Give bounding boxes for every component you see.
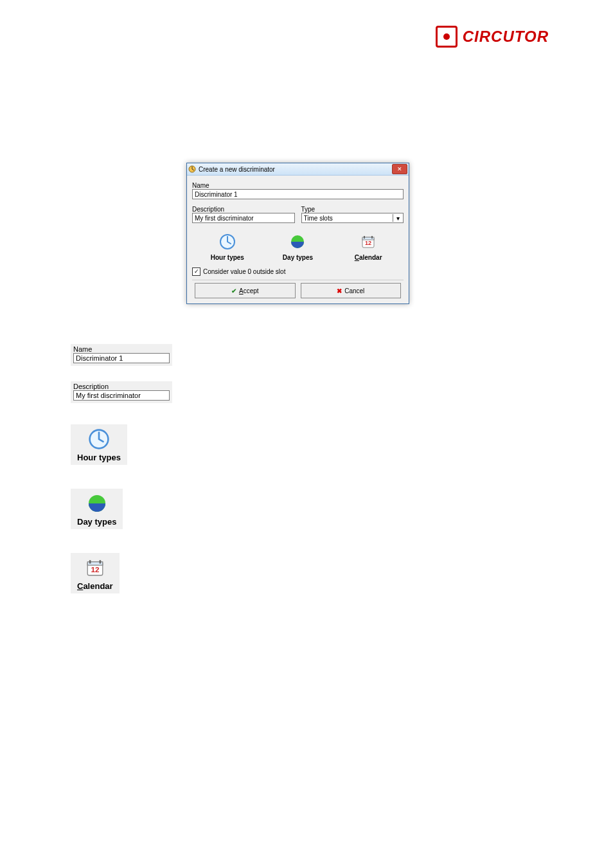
description-snippet: Description My first discriminator <box>71 381 172 403</box>
snippet-name-value: Discriminator 1 <box>73 353 170 363</box>
hour-types-tile-label: Hour types <box>77 453 121 462</box>
day-icon <box>86 493 108 516</box>
name-label: Name <box>192 182 404 189</box>
snippet-description-label: Description <box>73 383 170 390</box>
day-icon <box>289 233 306 251</box>
calendar-tile: 12 Calendar <box>71 553 120 593</box>
snippet-name-label: Name <box>73 345 170 353</box>
day-types-label: Day types <box>272 254 323 261</box>
clock-icon <box>88 428 110 451</box>
description-input[interactable] <box>192 213 295 223</box>
hour-types-tile: Hour types <box>71 424 127 465</box>
name-snippet: Name Discriminator 1 <box>71 344 172 366</box>
hour-types-button[interactable]: Hour types <box>202 233 253 261</box>
calendar-button[interactable]: 12 Calendar <box>342 233 394 261</box>
check-icon: ✔ <box>231 287 236 294</box>
snippet-description-value: My first discriminator <box>73 390 170 401</box>
type-label: Type <box>301 206 404 213</box>
consider-zero-checkbox[interactable]: ✓ <box>192 267 200 276</box>
clock-icon <box>219 233 236 251</box>
dialog-body: Name Description Type ▾ <box>187 176 409 303</box>
create-discriminator-dialog: Create a new discriminator ✕ Name Descri… <box>186 163 409 304</box>
consider-zero-label: Consider value 0 outside slot <box>203 268 285 275</box>
hour-types-label: Hour types <box>202 254 253 261</box>
day-types-tile-label: Day types <box>77 517 116 527</box>
cancel-label: Cancel <box>344 287 364 294</box>
name-input[interactable] <box>192 189 404 199</box>
calendar-label: Calendar <box>342 254 394 261</box>
accept-label: Accept <box>239 287 259 294</box>
svg-text:12: 12 <box>91 565 100 574</box>
day-types-tile: Day types <box>71 489 123 529</box>
calendar-icon: 12 <box>84 557 106 580</box>
consider-zero-row: ✓ Consider value 0 outside slot <box>192 267 404 276</box>
dialog-titlebar: Create a new discriminator ✕ <box>187 163 409 176</box>
dialog-icon-row: Hour types Day types 12 <box>192 233 404 261</box>
calendar-tile-label: Calendar <box>77 581 113 591</box>
brand-mark-icon <box>436 26 458 48</box>
brand-logo: CIRCUTOR <box>436 26 549 48</box>
cancel-icon: ✖ <box>337 287 342 294</box>
dialog-title-icon <box>188 165 196 173</box>
close-button[interactable]: ✕ <box>392 164 407 174</box>
dialog-button-row: ✔ Accept ✖ Cancel <box>192 280 404 301</box>
brand-name: CIRCUTOR <box>463 28 549 46</box>
accept-button[interactable]: ✔ Accept <box>195 283 296 298</box>
svg-text:12: 12 <box>365 240 371 246</box>
dialog-title: Create a new discriminator <box>199 166 389 173</box>
dropdown-arrow-icon[interactable]: ▾ <box>393 214 402 222</box>
description-label: Description <box>192 206 295 213</box>
day-types-button[interactable]: Day types <box>272 233 323 261</box>
calendar-icon: 12 <box>360 233 377 251</box>
cancel-button[interactable]: ✖ Cancel <box>301 283 402 298</box>
type-select[interactable] <box>301 213 404 223</box>
